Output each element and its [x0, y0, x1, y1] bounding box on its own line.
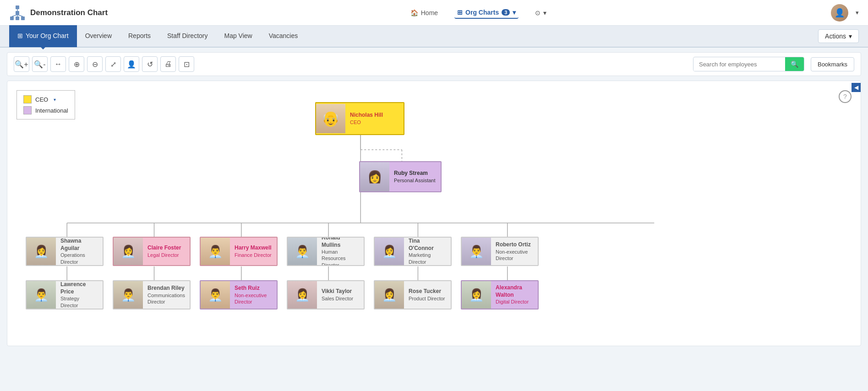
card-lawrence-price[interactable]: 👨‍💼 Lawrence Price Strategy Director	[26, 280, 104, 310]
card-photo-shawna-aguilar: 👩‍💼	[27, 237, 56, 266]
card-name-nicholas-hill: Nicholas Hill	[350, 112, 399, 119]
legend-color-international	[23, 106, 32, 114]
tab-reports[interactable]: Reports	[120, 25, 159, 47]
card-name-harry-maxwell: Harry Maxwell	[235, 244, 272, 252]
card-name-ruby-stream: Ruby Stream	[394, 170, 436, 177]
tab-map-view[interactable]: Map View	[216, 25, 260, 47]
home-icon: 🏠	[410, 9, 418, 16]
legend-color-ceo	[23, 95, 32, 103]
collapse-button[interactable]: ⊖	[87, 56, 103, 72]
search-input[interactable]	[693, 58, 785, 71]
svg-rect-2	[10, 16, 14, 20]
svg-rect-1	[16, 11, 19, 15]
card-rose-tucker[interactable]: 👩‍💼 Rose Tucker Product Director	[374, 280, 452, 310]
sub-nav: ⊞ Your Org Chart Overview Reports Staff …	[0, 26, 868, 48]
card-photo-harry-maxwell: 👨‍💼	[201, 237, 230, 266]
svg-rect-4	[21, 16, 25, 20]
nav-org-charts[interactable]: ⊞ Org Charts 3 ▾	[454, 7, 519, 19]
tab-staff-directory[interactable]: Staff Directory	[159, 25, 216, 47]
card-name-claire-foster: Claire Foster	[147, 244, 185, 252]
card-ruby-stream[interactable]: 👩 Ruby Stream Personal Assistant	[359, 161, 442, 192]
card-name-rose-tucker: Rose Tucker	[409, 288, 446, 295]
card-claire-foster[interactable]: 👩‍💼 Claire Foster Legal Director	[113, 237, 191, 266]
help-circle-icon: ⊙	[535, 9, 540, 16]
card-photo-rose-tucker: 👩‍💼	[375, 280, 404, 310]
nav-home[interactable]: 🏠 Home	[408, 7, 441, 18]
card-name-vikki-taylor: Vikki Taylor	[322, 288, 359, 295]
card-title-ronald-mullins: Human Resources Director	[322, 249, 359, 266]
card-photo-roberto-ortiz: 👨‍💼	[462, 237, 491, 266]
card-brendan-riley[interactable]: 👨‍💼 Brendan Riley Communications Directo…	[113, 280, 191, 310]
tab-your-org-chart[interactable]: ⊞ Your Org Chart	[9, 25, 77, 47]
table-icon: ⊞	[17, 32, 23, 39]
card-photo-ronald-mullins: 👨‍💼	[288, 237, 317, 266]
corner-collapse-button[interactable]: ◀	[852, 83, 861, 92]
svg-rect-3	[16, 16, 19, 20]
svg-line-8	[17, 15, 23, 16]
actions-dropdown-icon: ▾	[849, 33, 852, 40]
toolbar: 🔍+ 🔍- ↔ ⊕ ⊖ ⤢ 👤 ↺ 🖨 ⊡ 🔍 Bookmarks	[7, 52, 861, 76]
org-chart-area: CEO ▾ International ?	[7, 81, 861, 346]
card-photo-claire-foster: 👩‍💼	[114, 237, 143, 266]
nav-help[interactable]: ⊙ ▾	[532, 7, 549, 18]
card-title-tina-oconnor: Marketing Director	[409, 252, 446, 265]
card-photo-seth-ruiz: 👨‍💼	[201, 280, 230, 310]
card-seth-ruiz[interactable]: 👨‍💼 Seth Ruiz Non-executive Director	[200, 280, 278, 310]
card-name-brendan-riley: Brendan Riley	[147, 285, 185, 292]
tab-vacancies[interactable]: Vacancies	[261, 25, 306, 47]
actions-button[interactable]: Actions ▾	[818, 29, 859, 43]
org-chart-container: 👴 Nicholas Hill CEO 👩 Ruby Stream Person…	[7, 81, 861, 337]
legend-label-international: International	[35, 107, 68, 114]
card-title-brendan-riley: Communications Director	[147, 292, 185, 305]
card-photo-ruby-stream: 👩	[360, 162, 389, 191]
card-nicholas-hill[interactable]: 👴 Nicholas Hill CEO	[315, 102, 404, 135]
card-title-ruby-stream: Personal Assistant	[394, 177, 436, 184]
print-button[interactable]: 🖨	[160, 56, 176, 72]
card-name-seth-ruiz: Seth Ruiz	[235, 285, 272, 292]
card-vikki-taylor[interactable]: 👩‍💼 Vikki Taylor Sales Director	[287, 280, 365, 310]
card-shawna-aguilar[interactable]: 👩‍💼 Shawna Aguilar Operations Director	[26, 237, 104, 266]
card-title-claire-foster: Legal Director	[147, 252, 185, 258]
user-dropdown-icon[interactable]: ▾	[856, 9, 859, 16]
card-photo-lawrence-price: 👨‍💼	[27, 280, 56, 310]
org-charts-badge: 3	[502, 9, 510, 16]
app-title: Demonstration Chart	[30, 8, 108, 17]
card-photo-nicholas-hill: 👴	[316, 104, 345, 133]
card-title-vikki-taylor: Sales Director	[322, 295, 359, 302]
zoom-out-button[interactable]: 🔍-	[32, 56, 48, 72]
org-charts-dropdown-icon: ▾	[513, 9, 516, 16]
bookmarks-button[interactable]: Bookmarks	[811, 57, 854, 71]
expand-button[interactable]: ⊕	[69, 56, 84, 72]
fit-button[interactable]: ↔	[50, 56, 66, 72]
card-ronald-mullins[interactable]: 👨‍💼 Ronald Mullins Human Resources Direc…	[287, 237, 365, 266]
legend-label-ceo: CEO	[35, 96, 48, 103]
card-title-seth-ruiz: Non-executive Director	[235, 292, 272, 305]
export-button[interactable]: ⊡	[179, 56, 194, 72]
zoom-in-button[interactable]: 🔍+	[14, 56, 29, 72]
search-container: 🔍	[693, 57, 804, 71]
card-tina-oconnor[interactable]: 👩‍💼 Tina O'Connor Marketing Director	[374, 237, 452, 266]
top-nav: Demonstration Chart 🏠 Home ⊞ Org Charts …	[0, 0, 868, 26]
card-harry-maxwell[interactable]: 👨‍💼 Harry Maxwell Finance Director	[200, 237, 278, 266]
card-photo-vikki-taylor: 👩‍💼	[288, 280, 317, 310]
svg-rect-0	[16, 5, 19, 9]
card-title-lawrence-price: Strategy Director	[60, 295, 98, 309]
person-button[interactable]: 👤	[124, 56, 139, 72]
app-logo[interactable]: Demonstration Chart	[9, 5, 108, 21]
card-title-alexandra-walton: Digital Director	[496, 299, 533, 305]
legend-dropdown-ceo[interactable]: ▾	[54, 97, 56, 102]
card-alexandra-walton[interactable]: 👩‍💼 Alexandra Walton Digital Director	[461, 280, 539, 310]
diagonal-button[interactable]: ⤢	[105, 56, 121, 72]
card-name-lawrence-price: Lawrence Price	[60, 281, 98, 295]
card-roberto-ortiz[interactable]: 👨‍💼 Roberto Ortiz Non-executive Director	[461, 237, 539, 266]
user-avatar[interactable]: 👤	[831, 4, 848, 22]
card-photo-tina-oconnor: 👩‍💼	[375, 237, 404, 266]
legend-item-ceo[interactable]: CEO ▾	[23, 95, 68, 103]
search-icon: 🔍	[791, 60, 798, 68]
refresh-button[interactable]: ↺	[142, 56, 158, 72]
card-name-roberto-ortiz: Roberto Ortiz	[496, 241, 533, 249]
card-title-rose-tucker: Product Director	[409, 295, 446, 302]
tab-overview[interactable]: Overview	[77, 25, 120, 47]
card-name-tina-oconnor: Tina O'Connor	[409, 238, 446, 252]
search-button[interactable]: 🔍	[785, 57, 804, 71]
